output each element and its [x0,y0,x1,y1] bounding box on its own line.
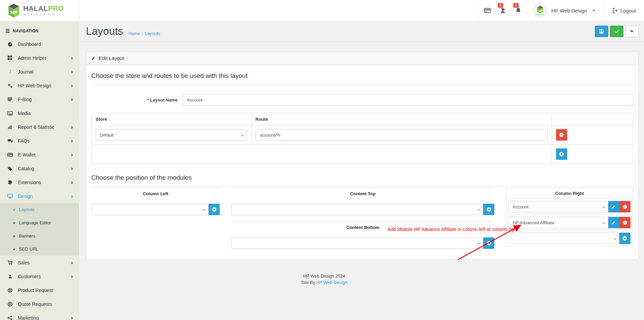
annotation-text: Add Module HP Advance Affiliate in colum… [388,227,518,232]
actions-column-header [552,113,633,125]
add-route-button[interactable] [556,148,567,160]
avatar: HP HALALPRO [533,3,547,18]
payment-card-button[interactable] [480,0,494,21]
topbar: HP HALALPRO WEB DESIGN 1 1 [0,0,644,21]
notifications-button[interactable]: 1 [511,0,525,21]
sidebar-item-sales[interactable]: Sales › [0,256,79,269]
double-angle-icon: » [13,246,15,252]
sidebar-subitem-banners[interactable]: » Banners [0,229,79,242]
logout-button[interactable]: Logout [604,0,644,21]
support-messages-button[interactable]: 1 [496,0,510,21]
store-select[interactable]: Default [96,129,247,141]
credit-card-icon [484,7,491,14]
chevron-right-icon: › [71,194,73,199]
logout-icon [612,8,618,13]
chevron-down-icon [613,236,617,240]
save-button[interactable] [595,26,608,37]
sidebar-item-design[interactable]: Design › [0,189,79,203]
user-menu[interactable]: HP HALALPRO HP Web Design [528,0,604,21]
sidebar-item-dashboard[interactable]: Dashboard [0,37,79,51]
panel-heading: Edit Layout [86,52,638,65]
footer-site-link[interactable]: HP Web Design [316,280,347,285]
column-right-add-row [506,231,633,246]
layout-name-label: *Layout Name [91,97,182,103]
media-icon [7,110,13,116]
admin-helper-icon [7,55,13,61]
chevron-down-icon [203,207,206,211]
plus-circle-icon [622,236,627,241]
tags-icon [7,166,13,171]
gears-icon [7,83,13,88]
plus-circle-icon [212,207,217,212]
route-input[interactable] [255,129,548,141]
sidebar-item-media[interactable]: Media [0,106,79,120]
pencil-icon [91,56,96,60]
edit-layout-panel: Edit Layout Choose the store and routes … [86,51,639,259]
sidebar-item-catalog[interactable]: Catalog › [0,162,79,175]
design-submenu: » Layouts » Language Editor » Banners » … [0,203,79,256]
halalpro-cube-logo-icon: HP [7,3,20,18]
life-ring-icon [7,287,13,293]
column-right-add-module-button[interactable] [619,233,631,244]
edit-module-button[interactable] [608,217,619,228]
sidebar-subitem-seo-url[interactable]: » SEO URL [0,242,79,256]
sidebar-item-f-blog[interactable]: F-Blog › [0,92,79,106]
chevron-right-icon: › [71,55,73,61]
sidebar-item-journal[interactable]: J Journal › [0,65,79,79]
bell-icon [515,7,522,14]
content-top-module-select[interactable] [231,204,483,215]
route-column-header: Route [251,113,552,125]
sidebar-item-e-wallet[interactable]: E-Wallet › [0,148,79,162]
column-right-module-row: HP Advanced Affiliate [506,215,633,231]
double-angle-icon: » [13,207,15,212]
caret-down-icon [592,10,595,11]
breadcrumb-home-link[interactable]: Home [128,31,140,36]
breadcrumb-layouts-link[interactable]: Layouts [145,31,160,36]
comments-icon [7,138,13,144]
hamburger-icon: ☰ [5,28,10,34]
content-top-add-module-button[interactable] [483,204,494,215]
column-right-module-select-hp-advanced-affiliate[interactable]: HP Advanced Affiliate [509,217,608,228]
chevron-down-icon [477,241,481,244]
column-left-section: Column Left [91,188,220,215]
edit-module-button[interactable] [608,201,619,212]
floppy-disk-icon [599,29,604,34]
main-content: Layouts Home›Layouts Edit Lay [79,21,644,320]
remove-module-button[interactable] [619,217,631,228]
column-right-module-select-account[interactable]: Account [509,201,608,212]
sidebar-subitem-layouts[interactable]: » Layouts [0,203,79,216]
sidebar-item-faqs[interactable]: FAQs › [0,134,79,148]
chevron-right-icon: › [71,180,73,185]
brand-logo[interactable]: HP HALALPRO WEB DESIGN [0,0,79,21]
sidebar-item-report-statistic[interactable]: Report & Statistic › [0,120,79,134]
breadcrumb: Home›Layouts [128,31,160,36]
column-right-module-select-new[interactable] [509,233,619,244]
topbar-spacer [79,0,477,21]
content-bottom-module-select[interactable] [231,237,483,249]
user-menu-label: HP Web Design [551,8,587,13]
sidebar-item-marketing[interactable]: Marketing › [0,311,79,320]
content-top-label: Content Top [231,188,494,204]
sidebar-subitem-language-editor[interactable]: » Language Editor [0,216,79,229]
sidebar-item-extensions[interactable]: Extensions › [0,175,79,189]
column-left-add-module-button[interactable] [209,204,220,215]
reply-arrow-icon [629,29,635,34]
layout-name-input[interactable] [182,94,633,106]
double-angle-icon: » [13,220,15,225]
sidebar-item-admin-helper[interactable]: Admin Helper › [0,51,79,65]
notification-count-badge: 1 [513,3,519,8]
content-bottom-add-module-button[interactable] [483,237,494,249]
cart-icon [7,260,13,265]
content-bottom-section: Content Bottom [231,222,494,249]
apply-button[interactable] [610,26,623,37]
column-left-module-select[interactable] [91,204,209,215]
share-icon [7,315,13,320]
remove-module-button[interactable] [619,201,631,212]
sidebar-item-quote-requests[interactable]: Quote Requests [0,297,79,311]
chevron-down-icon [602,221,606,224]
remove-route-button[interactable] [556,129,567,141]
chevron-right-icon: › [71,69,73,75]
back-button[interactable] [625,26,639,37]
sidebar-item-hp-web-design[interactable]: HP Web Design › [0,79,79,92]
chevron-right-icon: › [71,152,73,157]
